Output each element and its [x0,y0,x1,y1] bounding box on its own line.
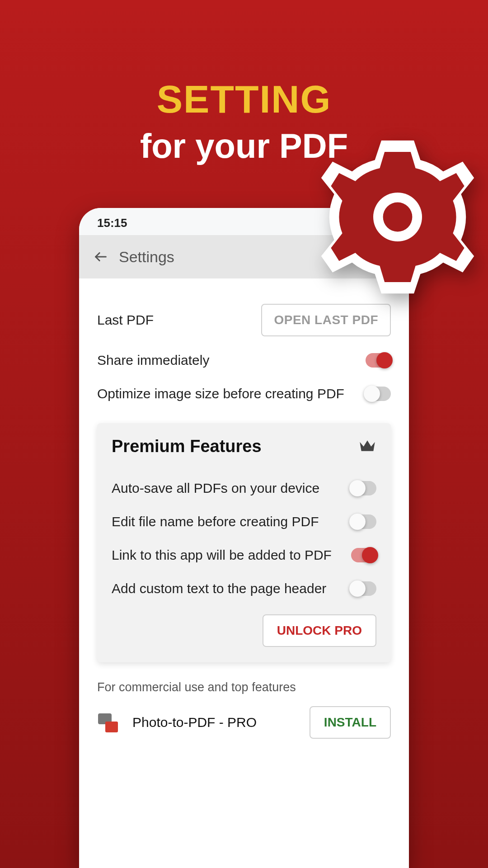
install-button[interactable]: INSTALL [310,706,391,739]
install-row: Photo-to-PDF - PRO INSTALL [97,706,391,739]
svg-point-1 [383,203,413,232]
back-icon[interactable] [92,248,110,266]
header-label: Add custom text to the page header [112,581,326,596]
appbar-title: Settings [119,248,174,266]
content: Last PDF OPEN LAST PDF Share immediately… [79,278,409,739]
row-autosave: Auto-save all PDFs on your device [112,472,376,505]
row-optimize: Optimize image size before creating PDF [97,377,391,410]
link-toggle[interactable] [351,548,376,562]
editname-label: Edit file name before creating PDF [112,514,319,529]
header-toggle[interactable] [351,581,376,596]
row-last-pdf: Last PDF OPEN LAST PDF [97,297,391,344]
editname-toggle[interactable] [351,514,376,529]
optimize-label: Optimize image size before creating PDF [97,386,344,401]
footer-caption: For commercial use and top features [97,680,391,694]
phone-frame: 15:15 Settings Last PDF OPEN LAST PDF Sh… [79,208,409,868]
install-name: Photo-to-PDF - PRO [132,715,257,730]
premium-title: Premium Features [112,437,262,456]
row-share: Share immediately [97,344,391,377]
unlock-row: UNLOCK PRO [112,614,376,647]
gear-icon [316,136,479,300]
autosave-toggle[interactable] [351,481,376,495]
share-label: Share immediately [97,353,209,368]
row-editname: Edit file name before creating PDF [112,505,376,538]
premium-header: Premium Features [112,437,376,456]
premium-card: Premium Features Auto-save all PDFs on y… [97,423,391,662]
autosave-label: Auto-save all PDFs on your device [112,481,319,496]
footer-section: For commercial use and top features Phot… [97,680,391,739]
hero-title: SETTING [0,77,488,122]
unlock-pro-button[interactable]: UNLOCK PRO [263,614,376,647]
row-link: Link to this app will be added to PDF [112,538,376,572]
open-last-pdf-button[interactable]: OPEN LAST PDF [261,304,391,336]
optimize-toggle[interactable] [366,387,391,401]
install-left: Photo-to-PDF - PRO [97,712,257,733]
status-time: 15:15 [97,216,127,230]
share-toggle[interactable] [366,353,391,368]
crown-icon [358,439,376,454]
row-header: Add custom text to the page header [112,572,376,605]
link-label: Link to this app will be added to PDF [112,547,332,563]
last-pdf-label: Last PDF [97,312,154,328]
app-icon [97,712,119,733]
